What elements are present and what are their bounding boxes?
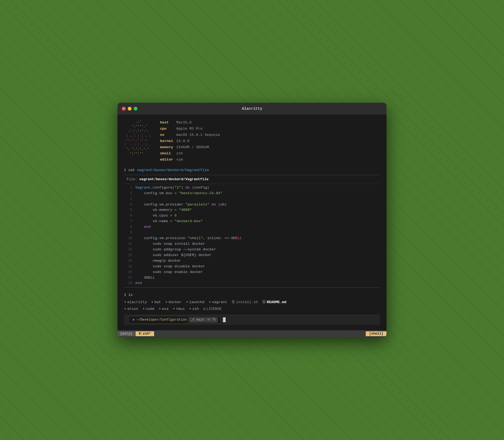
cwd-arrow: ▶ [133, 317, 135, 322]
table-row: 10 config.vm.provision "shell", inline: … [124, 236, 380, 241]
sysinfo-editor-key: editor [160, 157, 173, 163]
git-branch: main !4 ?5 [196, 318, 216, 322]
folder-icon: ▪ [124, 306, 126, 312]
terminal-window: Alacritty .:' ':''''.' .'.'.':'.'. : . :… [118, 103, 386, 337]
ls-row-2: ▪ atuin ▪ code ▪ eza ▪ tmux ▪ zsh [124, 306, 380, 312]
folder-icon: ▪ [186, 300, 188, 305]
table-row: 18 end [124, 281, 380, 286]
table-row: 12 sudo addgroup ——system docker [124, 247, 380, 253]
list-item: ☰ README.md [262, 300, 286, 305]
table-row: 8 end [124, 224, 380, 230]
sysinfo-os-val: macOS 15.0.1 Sequoia [176, 132, 220, 138]
sysinfo-shell-val: zsh [176, 151, 220, 157]
sysinfo-memory-val: 15464M / 36864M [176, 145, 220, 150]
prompt-display: ▶ ~/Developer/Configuration ⎇ main !4 ?5 [128, 316, 221, 324]
sysinfo-cpu-val: Apple M3 Pro [176, 126, 220, 132]
ls-name: launchd [189, 300, 204, 305]
list-item: ▪ bat [151, 300, 161, 305]
folder-icon: ▪ [173, 306, 175, 312]
table-row: 11 sudo snap install docker [124, 241, 380, 247]
file-header: File: vagrant/boxes/dockerd/Vagrantfile [124, 175, 380, 184]
table-row: 3 [124, 196, 380, 202]
list-item: ▪ vagrant [209, 300, 227, 305]
code-lines: 1 Vagrant.configure("2") do |config| 2 c… [124, 184, 380, 288]
git-badge: ⎇ main !4 ?5 [189, 317, 218, 323]
list-item: ▪ launchd [186, 300, 204, 305]
close-button[interactable] [122, 107, 126, 111]
table-row: 15 sudo snap disable docker [124, 264, 380, 269]
ls-command-line: ❯ ls [124, 292, 380, 298]
status-bar: ▶ ~/Developer/Configuration ⎇ main !4 ?5 [124, 315, 380, 325]
sysinfo-shell-key: shell [160, 151, 173, 157]
table-row: 7 vb.name = "dockerd-box" [124, 219, 380, 224]
prompt-cmd: cat [128, 168, 135, 173]
sysinfo-host-key: host [160, 120, 173, 126]
neofetch-section: .:' ':''''.' .'.'.':'.'. : . : : : . : .… [124, 120, 380, 162]
list-item: ▪ atuin [124, 306, 138, 312]
maximize-button[interactable] [134, 107, 137, 111]
list-item: ▪ tmux [173, 306, 185, 312]
table-row: 17 SHELL [124, 275, 380, 281]
sysinfo-os-key: os [160, 132, 173, 138]
ls-name: zsh [192, 306, 199, 312]
prompt-arg: vagrant/boxes/dockerd/Vagrantfile [137, 168, 209, 173]
table-row: 2 config.vm.box = "bento/ubuntu-24.04" [124, 191, 380, 196]
table-row: 5 vb.memory = "4096" [124, 207, 380, 213]
list-item: ▪ code [143, 306, 155, 312]
table-row: 9 [124, 230, 380, 236]
ls-output: ▪ alacritty ▪ bat ▪ docker ▪ launchd ▪ [124, 300, 380, 312]
titlebar: Alacritty [118, 103, 386, 115]
ls-license-name: LICENSE [207, 306, 222, 312]
sysinfo-kernel-val: 24.0.0 [176, 139, 220, 144]
table-row: 14 newgrp docker [124, 258, 380, 264]
file-icon: ◎ [203, 306, 205, 312]
table-row: 13 sudo adduser ${USER} docker [124, 253, 380, 258]
ls-name: code [146, 306, 154, 312]
folder-icon: ▪ [189, 306, 191, 312]
file-icon: ☰ [232, 300, 235, 305]
ls-name: eza [162, 306, 168, 312]
terminal-content[interactable]: .:' ':''''.' .'.'.':'.'. : . : : : . : .… [118, 115, 386, 330]
ls-name: docker [169, 300, 182, 305]
window-title: Alacritty [242, 107, 262, 111]
git-icon: ⎇ [191, 318, 194, 322]
list-item: ◎ LICENSE [203, 306, 222, 312]
tmux-window: 0:zsh* [136, 331, 154, 336]
table-row: 4 config.vm.provider "parallels" do |vb| [124, 202, 380, 208]
sysinfo-kernel-key: kernel [160, 139, 173, 144]
sysinfo-cpu-key: cpu [160, 126, 173, 132]
folder-icon: ▪ [209, 300, 211, 305]
minimize-button[interactable] [128, 107, 132, 111]
ls-row-1: ▪ alacritty ▪ bat ▪ docker ▪ launchd ▪ [124, 300, 380, 305]
file-path: vagrant/boxes/dockerd/Vagrantfile [139, 177, 208, 181]
ls-name: atuin [127, 306, 138, 312]
list-item: ▪ alacritty [124, 300, 147, 305]
list-item: ▪ zsh [189, 306, 199, 312]
ls-cmd: ls [128, 292, 133, 298]
exec-icon: ☰ [262, 300, 266, 305]
file-viewer: File: vagrant/boxes/dockerd/Vagrantfile … [124, 175, 380, 288]
sysinfo-memory-key: memory [160, 145, 173, 150]
folder-icon: ▪ [159, 306, 161, 312]
sysinfo-host-val: Mac15,6 [176, 120, 220, 126]
tmux-session: [atty] [118, 331, 135, 336]
ascii-art: .:' ':''''.' .'.'.':'.'. : . : : : . : .… [124, 120, 154, 162]
folder-icon: ▪ [165, 300, 167, 305]
ls-name: bat [154, 300, 161, 305]
ls-name: vagrant [212, 300, 227, 305]
folder-icon: ▪ [151, 300, 153, 305]
folder-icon: ▪ [124, 300, 126, 305]
window-controls[interactable] [122, 107, 137, 111]
tmux-status-bar: [atty] 0:zsh* [shell] [118, 330, 386, 337]
table-row: 6 vb.cpus = 8 [124, 213, 380, 219]
cwd-display: ~/Developer/Configuration [137, 317, 187, 322]
cat-command-line: ❯ cat vagrant/boxes/dockerd/Vagrantfile [124, 168, 380, 173]
ls-name-readme: README.md [267, 300, 286, 305]
list-item: ☰ install.sh [232, 300, 258, 305]
ls-name: tmux [176, 306, 185, 312]
ls-name-exec: install.sh [236, 300, 258, 305]
folder-icon: ▪ [143, 306, 145, 312]
list-item: ▪ eza [159, 306, 168, 312]
sysinfo: host Mac15,6 cpu Apple M3 Pro os macOS 1… [160, 120, 220, 162]
table-row: 16 sudo snap enable docker [124, 269, 380, 275]
